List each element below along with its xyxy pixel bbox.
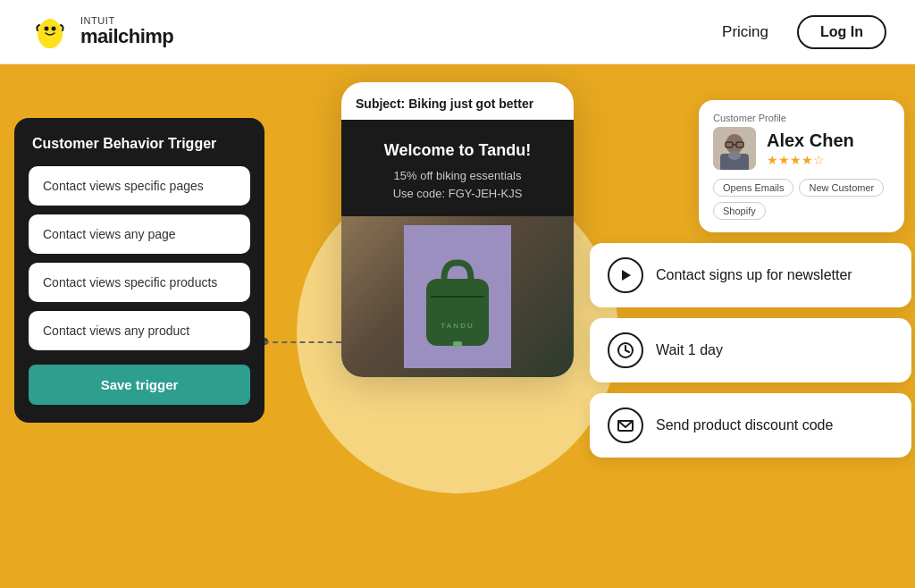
profile-info: Alex Chen ★★★★☆ (767, 130, 854, 167)
trigger-panel: Customer Behavior Trigger Contact views … (14, 118, 264, 423)
clock-svg (617, 341, 634, 359)
workflow-text-1: Wait 1 day (656, 342, 723, 358)
phone-subject-text: Biking just got better (408, 97, 533, 111)
workflow-cards: Contact signs up for newsletter Wait 1 d… (590, 243, 911, 458)
phone-discount-text: 15% off biking essentials Use code: FGY-… (356, 167, 559, 202)
profile-tag-1: New Customer (799, 179, 884, 197)
pricing-nav-link[interactable]: Pricing (722, 23, 768, 41)
trigger-item-0[interactable]: Contact views specific pages (29, 166, 250, 206)
header-nav: Pricing Log In (722, 15, 886, 49)
logo-text: INTUIT mailchimp (80, 15, 173, 47)
profile-card: Customer Profile Alex Chen ★★★★☆ (699, 100, 904, 232)
svg-rect-6 (426, 279, 489, 346)
svg-point-3 (52, 26, 56, 30)
workflow-card-1: Wait 1 day (590, 318, 911, 382)
mailchimp-label: mailchimp (80, 26, 173, 47)
envelope-svg (617, 416, 634, 434)
svg-point-4 (43, 41, 57, 48)
profile-tag-0: Opens Emails (713, 179, 793, 197)
phone-subject: Subject: Biking just got better (341, 82, 574, 120)
svg-rect-9 (453, 341, 462, 347)
profile-tags: Opens Emails New Customer Shopify (713, 179, 890, 220)
workflow-card-0: Contact signs up for newsletter (590, 243, 911, 307)
svg-point-2 (45, 26, 49, 30)
save-trigger-button[interactable]: Save trigger (29, 365, 250, 405)
phone-subject-label: Subject: (356, 97, 405, 111)
trigger-item-1[interactable]: Contact views any page (29, 214, 250, 254)
profile-name: Alex Chen (767, 130, 854, 151)
phone-discount-line1: 15% off biking essentials (356, 167, 559, 185)
avatar-image (713, 127, 756, 170)
profile-label: Customer Profile (713, 113, 890, 123)
trigger-panel-title: Customer Behavior Trigger (29, 136, 250, 152)
workflow-text-2: Send product discount code (656, 417, 833, 433)
header: INTUIT mailchimp Pricing Log In (0, 0, 915, 64)
workflow-text-0: Contact signs up for newsletter (656, 267, 852, 283)
svg-point-13 (728, 151, 741, 160)
clock-icon (608, 332, 643, 368)
trigger-item-2[interactable]: Contact views specific products (29, 263, 250, 302)
phone-welcome-text: Welcome to Tandu! (356, 141, 559, 160)
profile-header: Alex Chen ★★★★☆ (713, 127, 890, 170)
phone-mockup: Subject: Biking just got better Welcome … (341, 82, 574, 377)
product-bag-svg: TANDU (404, 225, 511, 368)
logo-area: INTUIT mailchimp (29, 11, 173, 54)
envelope-icon (608, 407, 643, 443)
svg-text:TANDU: TANDU (441, 322, 474, 330)
svg-point-11 (726, 134, 743, 154)
login-button[interactable]: Log In (797, 15, 886, 49)
svg-line-20 (625, 350, 629, 352)
main-hero: Customer Behavior Trigger Contact views … (0, 64, 915, 588)
phone-dark-section: Welcome to Tandu! 15% off biking essenti… (341, 120, 574, 216)
mailchimp-logo-icon (29, 11, 71, 54)
trigger-item-3[interactable]: Contact views any product (29, 311, 250, 350)
phone-product-image: TANDU (341, 216, 574, 377)
play-svg (617, 266, 634, 284)
profile-tag-2: Shopify (713, 202, 766, 220)
profile-stars: ★★★★☆ (767, 153, 854, 167)
avatar (713, 127, 756, 170)
play-icon (608, 257, 643, 293)
phone-discount-line2: Use code: FGY-JEH-KJS (356, 185, 559, 203)
svg-marker-17 (622, 270, 631, 281)
workflow-card-2: Send product discount code (590, 393, 911, 458)
